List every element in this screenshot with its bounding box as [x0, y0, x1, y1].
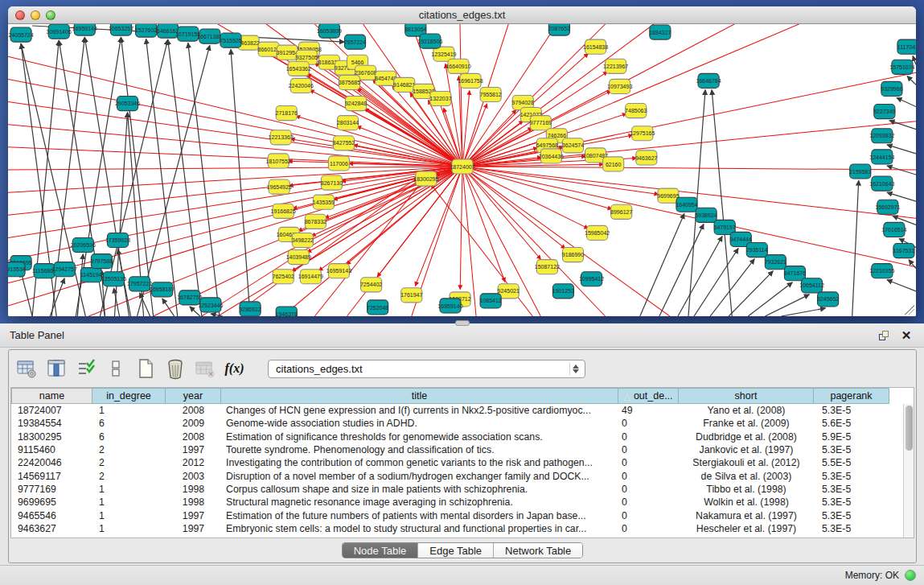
table-cell[interactable]: 0	[618, 484, 679, 495]
table-cell[interactable]: 5.3E-5	[814, 444, 889, 455]
table-cell[interactable]: 18724007	[11, 405, 92, 416]
table-cell[interactable]: 0	[618, 457, 679, 468]
graph-node[interactable]: 7515526	[220, 33, 241, 47]
graph-edge[interactable]	[909, 260, 916, 269]
table-cell[interactable]: 9115460	[11, 444, 92, 455]
graph-node[interactable]: 30691406	[47, 24, 72, 39]
table-cell[interactable]: 0	[618, 510, 679, 521]
graph-node[interactable]: 8267130	[321, 175, 343, 190]
graph-node[interactable]: 16914479	[298, 270, 323, 284]
graph-node[interactable]: 2718176	[276, 106, 298, 121]
table-cell[interactable]: 2008	[166, 431, 221, 443]
graph-node[interactable]: 12942757	[52, 262, 77, 277]
graph-edge[interactable]	[231, 49, 250, 316]
graph-node[interactable]: 9329966	[881, 81, 902, 96]
graph-node[interactable]: 3875685	[339, 75, 360, 89]
graph-node[interactable]: 29053346	[115, 96, 140, 110]
graph-node[interactable]: 9797588	[91, 254, 113, 269]
tab-node-table[interactable]: Node Table	[343, 543, 418, 558]
graph-node[interactable]: 12210355	[869, 264, 894, 278]
graph-edge[interactable]	[887, 166, 916, 175]
graph-node[interactable]: 8471676	[784, 266, 806, 281]
table-cell[interactable]: Estimation of significance thresholds fo…	[221, 431, 618, 443]
table-cell[interactable]: 1997	[166, 444, 221, 455]
column-header-short[interactable]: short	[679, 388, 814, 404]
graph-edge[interactable]	[462, 167, 916, 170]
graph-node[interactable]: 12923446	[198, 298, 223, 312]
graph-node[interactable]: 3498222	[292, 233, 314, 247]
column-header-in_degree[interactable]: in_degree	[92, 388, 166, 404]
table-cell[interactable]: 5.3E-5	[814, 471, 889, 482]
float-panel-button[interactable]	[876, 328, 892, 343]
graph-edge[interactable]	[748, 282, 792, 316]
table-cell[interactable]: Disruption of a novel member of a sodium…	[221, 471, 618, 482]
graph-node[interactable]: 2803144	[337, 116, 359, 130]
graph-node[interactable]: 16959144	[72, 24, 97, 35]
row-height-button[interactable]	[105, 358, 126, 380]
graph-node[interactable]: 9463627	[635, 150, 657, 165]
graph-node[interactable]: 1761947	[400, 288, 422, 303]
table-cell[interactable]: 0	[618, 418, 679, 429]
graph-node[interactable]: 22420046	[289, 78, 314, 93]
graph-node[interactable]: 12213363	[269, 130, 294, 145]
table-mode-button[interactable]	[15, 358, 37, 380]
graph-node[interactable]: 7955812	[479, 87, 501, 101]
graph-node[interactable]: 2935114	[746, 242, 768, 257]
table-cell[interactable]: 5.6E-5	[814, 418, 889, 429]
graph-node[interactable]: 13505135	[101, 272, 126, 286]
table-cell[interactable]: Stergiakouli et al. (2012)	[679, 457, 814, 468]
graph-node[interactable]: 1085412	[479, 294, 501, 308]
graph-node[interactable]: 7932621	[765, 255, 786, 270]
graph-node[interactable]: 7485063	[625, 104, 647, 118]
graph-node[interactable]: 9286922	[239, 302, 261, 316]
graph-node[interactable]: 1946378	[276, 307, 298, 316]
table-cell[interactable]: 5.5E-5	[814, 457, 889, 468]
graph-node[interactable]: 17016514	[881, 222, 906, 237]
function-builder-button[interactable]: f(x)	[224, 358, 245, 380]
graph-node[interactable]: 1527602	[135, 24, 157, 37]
tab-network-table[interactable]: Network Table	[493, 543, 582, 558]
graph-node[interactable]: 18724007	[450, 159, 474, 174]
graph-node[interactable]: 15985042	[585, 225, 610, 240]
table-row[interactable]: 977716911998Corpus callosum shape and si…	[11, 483, 903, 496]
network-window[interactable]: citations_edges.txt 18724007183002957463…	[8, 6, 916, 316]
table-cell[interactable]: 2008	[166, 405, 221, 416]
window-resize-grip[interactable]	[905, 305, 914, 315]
table-cell[interactable]: 19384554	[11, 418, 92, 429]
graph-node[interactable]: 1435359	[313, 195, 335, 209]
graph-node[interactable]: 16154838	[583, 39, 608, 54]
table-cell[interactable]: 9465546	[11, 510, 92, 521]
graph-edge[interactable]	[8, 167, 462, 306]
window-titlebar[interactable]: citations_edges.txt	[8, 6, 916, 24]
table-cell[interactable]: 9699695	[11, 496, 92, 508]
graph-node[interactable]: 1640954	[676, 197, 697, 212]
graph-edge[interactable]	[907, 76, 916, 84]
graph-edge[interactable]	[140, 293, 150, 316]
graph-node[interactable]: 12213967	[603, 59, 628, 73]
table-cell[interactable]: Estimation of the future numbers of pati…	[221, 510, 618, 521]
table-row[interactable]: 969969511998Structural magnetic resonanc…	[11, 496, 903, 509]
column-header-title[interactable]: title	[221, 388, 618, 404]
graph-node[interactable]: 10995412	[579, 272, 604, 286]
network-view[interactable]: 1872400718300295746382286601283912954152…	[8, 24, 916, 316]
graph-edge[interactable]	[887, 280, 916, 291]
graph-node[interactable]: 15751074	[889, 60, 914, 74]
graph-edge[interactable]	[640, 213, 684, 316]
graph-edge[interactable]	[710, 259, 754, 316]
graph-edge[interactable]	[678, 236, 722, 316]
graph-node[interactable]: 7625402	[273, 270, 294, 284]
graph-node[interactable]: 10653257	[109, 24, 133, 35]
network-graph[interactable]: 1872400718300295746382286601283912954152…	[8, 24, 916, 316]
graph-edge[interactable]	[897, 98, 916, 107]
delete-table-button[interactable]	[194, 358, 216, 380]
table-cell[interactable]: Changes of HCN gene expression and I(f) …	[221, 405, 618, 416]
table-cell[interactable]: 9777169	[11, 484, 92, 495]
table-cell[interactable]: 2009	[166, 418, 221, 429]
graph-node[interactable]: 3624574	[562, 138, 584, 153]
table-row[interactable]: 1456911722003Disruption of a novel membe…	[11, 469, 903, 482]
table-cell[interactable]: 2	[92, 457, 166, 468]
graph-node[interactable]: 15087122	[535, 260, 560, 274]
table-source-select[interactable]: citations_edges.txt	[268, 360, 585, 378]
graph-node[interactable]: 1145194	[80, 268, 102, 282]
table-cell[interactable]: 0	[618, 496, 679, 508]
